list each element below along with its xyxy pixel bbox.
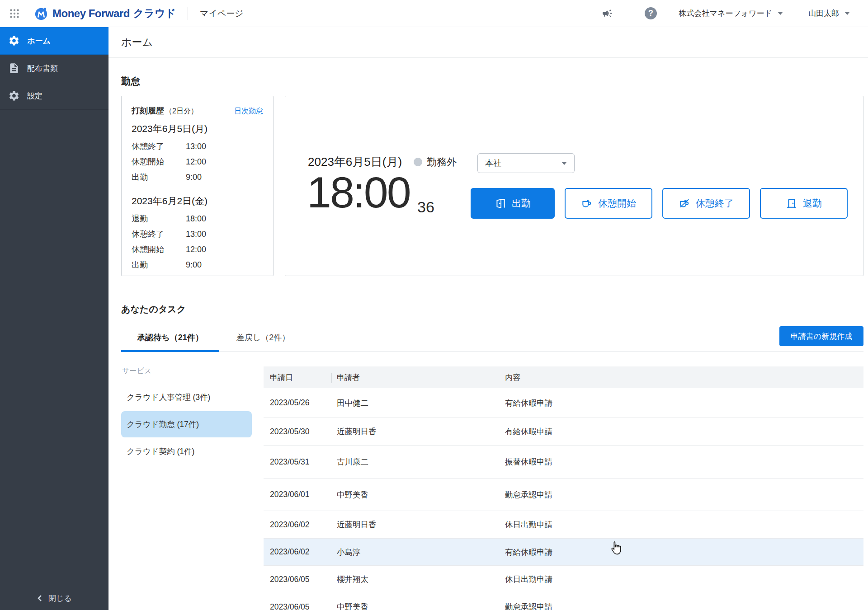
page-title: ホーム — [121, 35, 153, 49]
break-start-cup-icon — [581, 197, 598, 209]
table-row-7[interactable]: 2023/06/05中野美香勤怠承認申請 — [264, 593, 863, 610]
request-date: 2023/05/26 — [270, 398, 337, 408]
stamp-time: 12:00 — [186, 242, 206, 257]
work-status-label: 勤務外 — [427, 155, 457, 169]
service-filter-list: サービス クラウド人事管理 (3件)クラウド勤怠 (17件)クラウド契約 (1件… — [121, 366, 252, 610]
stamp-type: 退勤 — [132, 211, 186, 226]
request-applicant: 古川康二 — [337, 456, 505, 467]
request-content: 有給休暇申請 — [505, 426, 863, 437]
work-status-dot-icon — [414, 158, 422, 166]
clock-button-label: 休憩終了 — [696, 197, 734, 210]
user-menu[interactable]: 山田太郎 — [808, 8, 850, 19]
request-date: 2023/05/30 — [270, 427, 337, 436]
announcements-megaphone-icon[interactable] — [599, 5, 616, 22]
tab-1[interactable]: 差戻し（2件） — [229, 332, 297, 352]
stamp-history-day: 2023年6月2日(金)退勤18:00休憩終了13:00休憩開始12:00出勤9… — [132, 195, 263, 272]
stamp-time: 12:00 — [186, 154, 206, 169]
table-header-row: 申請日申請者内容 — [264, 366, 863, 388]
table-column-header-1: 申請者 — [337, 372, 505, 383]
chevron-down-icon — [561, 162, 567, 165]
clock-button-2[interactable]: 休憩終了 — [662, 188, 750, 219]
help-icon[interactable]: ? — [643, 5, 659, 22]
table-column-header-0: 申請日 — [270, 372, 337, 383]
sidebar-item-2[interactable]: 設定 — [0, 82, 108, 110]
brand-suffix: クラウド — [133, 6, 176, 20]
stamp-type: 出勤 — [132, 169, 186, 185]
stamp-time: 9:00 — [186, 257, 202, 272]
stamp-type: 休憩終了 — [132, 226, 186, 242]
time-clock-panel: 2023年6月5日(月) 勤務外 本社 18:00 36 出勤休憩開始休憩終了退… — [285, 96, 863, 276]
stamp-type: 出勤 — [132, 257, 186, 272]
location-select-value: 本社 — [485, 158, 561, 169]
apps-grid-icon[interactable] — [6, 5, 23, 22]
clock-button-label: 退勤 — [803, 197, 822, 210]
stamp-time: 18:00 — [186, 211, 206, 226]
request-applicant: 近藤明日香 — [337, 519, 505, 530]
document-icon — [8, 62, 20, 74]
service-filter-item-0[interactable]: クラウド人事管理 (3件) — [121, 384, 252, 410]
stamp-history-entry: 出勤9:00 — [132, 169, 263, 185]
brand-logo[interactable]: Money Forward クラウド — [34, 6, 176, 20]
request-applicant: 中野美香 — [337, 601, 505, 610]
app-header: Money Forward クラウド マイページ ? 株式会社マネーフォワード … — [0, 0, 868, 27]
request-applicant: 中野美香 — [337, 489, 505, 500]
table-row-6[interactable]: 2023/06/05櫻井翔太休日出勤申請 — [264, 566, 863, 593]
stamp-history-day: 2023年6月5日(月)休憩終了13:00休憩開始12:00出勤9:00 — [132, 122, 263, 185]
brand-name: Money Forward — [52, 7, 130, 20]
stamp-time: 13:00 — [186, 139, 206, 154]
stamp-history-entry: 休憩開始12:00 — [132, 242, 263, 257]
table-column-header-2: 内容 — [505, 372, 863, 383]
exit-door-icon — [786, 197, 803, 209]
request-content: 振替休暇申請 — [505, 456, 863, 467]
chevron-down-icon — [778, 12, 783, 15]
tab-0[interactable]: 承認待ち（21件） — [121, 332, 219, 352]
company-menu[interactable]: 株式会社マネーフォワード — [679, 8, 783, 19]
request-content: 勤怠承認申請 — [505, 601, 863, 610]
clock-button-label: 出勤 — [512, 197, 531, 210]
stamp-time: 9:00 — [186, 169, 202, 185]
chevron-left-icon — [37, 595, 44, 602]
sidebar-item-0[interactable]: ホーム — [0, 27, 108, 55]
table-row-0[interactable]: 2023/05/26田中健二有給休暇申請 — [264, 388, 863, 418]
location-select[interactable]: 本社 — [477, 153, 575, 173]
stamp-history-date: 2023年6月2日(金) — [132, 195, 263, 207]
table-row-4[interactable]: 2023/06/02近藤明日香休日出勤申請 — [264, 511, 863, 539]
table-row-3[interactable]: 2023/06/01中野美香勤怠承認申請 — [264, 479, 863, 511]
sidebar-item-label: 配布書類 — [27, 63, 58, 74]
clock-button-3[interactable]: 退勤 — [760, 188, 848, 219]
request-date: 2023/06/02 — [270, 520, 337, 530]
sidebar-close-button[interactable]: 閉じる — [0, 587, 108, 610]
sidebar-close-label: 閉じる — [48, 593, 72, 604]
request-content: 有給休暇申請 — [505, 398, 863, 408]
table-row-5[interactable]: 2023/06/02小島淳有給休暇申請 — [264, 539, 863, 566]
table-row-1[interactable]: 2023/05/30近藤明日香有給休暇申請 — [264, 418, 863, 446]
clock-button-1[interactable]: 休憩開始 — [565, 188, 652, 219]
stamp-time: 13:00 — [186, 226, 206, 242]
stamp-history-entry: 休憩開始12:00 — [132, 154, 263, 169]
money-forward-logo-icon — [34, 7, 48, 20]
services-label: サービス — [121, 366, 252, 376]
clock-time: 18:00 — [307, 170, 410, 214]
stamp-history-entry: 出勤9:00 — [132, 257, 263, 272]
tasks-tab-bar: 承認待ち（21件）差戻し（2件） 申請書の新規作成 — [121, 326, 863, 352]
clock-button-label: 休憩開始 — [598, 197, 636, 210]
create-request-button[interactable]: 申請書の新規作成 — [779, 326, 863, 346]
requests-table: 申請日申請者内容 2023/05/26田中健二有給休暇申請2023/05/30近… — [264, 366, 863, 610]
header-divider — [188, 7, 188, 20]
service-filter-item-1[interactable]: クラウド勤怠 (17件) — [121, 411, 252, 437]
tasks-section-title: あなたのタスク — [121, 303, 868, 315]
request-date: 2023/06/05 — [270, 602, 337, 610]
clock-button-0[interactable]: 出勤 — [471, 188, 555, 219]
main-content: ホーム 勤怠 打刻履歴 （2日分） 日次勤怠 2023年6月5日(月)休憩終了1… — [108, 27, 868, 610]
daily-attendance-link[interactable]: 日次勤怠 — [234, 107, 263, 116]
table-row-2[interactable]: 2023/05/31古川康二振替休暇申請 — [264, 446, 863, 479]
stamp-history-entry: 休憩終了13:00 — [132, 139, 263, 154]
request-date: 2023/06/05 — [270, 575, 337, 584]
stamp-history-entry: 退勤18:00 — [132, 211, 263, 226]
sidebar-item-1[interactable]: 配布書類 — [0, 55, 108, 82]
request-applicant: 櫻井翔太 — [337, 574, 505, 585]
sidebar-item-label: ホーム — [27, 36, 51, 46]
stamp-history-panel: 打刻履歴 （2日分） 日次勤怠 2023年6月5日(月)休憩終了13:00休憩開… — [121, 96, 274, 276]
stamp-history-title: 打刻履歴 — [132, 105, 164, 116]
service-filter-item-2[interactable]: クラウド契約 (1件) — [121, 438, 252, 465]
